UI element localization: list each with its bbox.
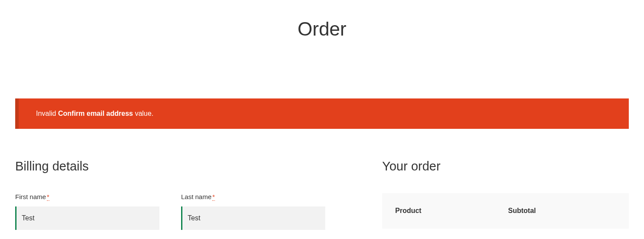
error-prefix: Invalid: [36, 110, 58, 117]
first-name-field-group: First name*: [15, 193, 159, 230]
billing-heading: Billing details: [15, 159, 356, 174]
page-title: Order: [15, 18, 629, 40]
required-mark: *: [47, 193, 50, 201]
billing-section: Billing details First name* Last name*: [15, 159, 356, 230]
order-section: Your order Product Subtotal: [382, 159, 629, 230]
error-bold: Confirm email address: [58, 110, 133, 117]
order-table-header: Product Subtotal: [382, 193, 629, 229]
last-name-label: Last name*: [181, 193, 325, 200]
error-banner: Invalid Confirm email address value.: [15, 98, 629, 129]
first-name-field[interactable]: [15, 206, 159, 230]
column-header-subtotal: Subtotal: [508, 207, 616, 215]
column-header-product: Product: [395, 207, 508, 215]
last-name-field-group: Last name*: [181, 193, 325, 230]
required-mark: *: [212, 193, 215, 201]
first-name-label-text: First name: [15, 193, 46, 200]
first-name-label: First name*: [15, 193, 159, 200]
last-name-label-text: Last name: [181, 193, 211, 200]
last-name-field[interactable]: [181, 206, 325, 230]
order-heading: Your order: [382, 159, 629, 174]
error-suffix: value.: [133, 110, 153, 117]
